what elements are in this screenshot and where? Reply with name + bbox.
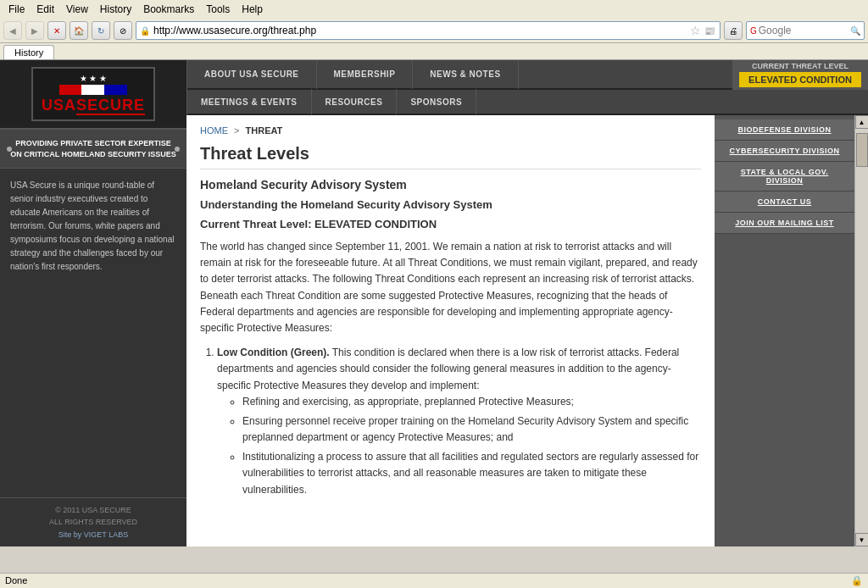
about-paragraph: USA Secure is a unique round-table of se… [10,179,176,274]
tabs-bar: History [0,43,868,59]
logo-stars: ★ ★ ★ [42,74,145,83]
right-sidebar: BIODEFENSE DIVISION CYBERSECURITY DIVISI… [715,115,854,546]
search-input[interactable] [759,25,850,36]
logo-text-accent: SECURE [76,97,145,115]
address-input[interactable] [153,25,688,36]
breadcrumb: HOME > THREAT [200,125,701,136]
menu-file[interactable]: File [3,2,30,17]
nav-meetings[interactable]: MEETINGS & EVENTS [186,89,312,114]
nav-resources[interactable]: RESOURCES [312,89,398,114]
home-button[interactable]: 🏠 [70,21,88,40]
current-level-text: Current Threat Level: ELEVATED CONDITION [200,218,701,230]
section-heading: Homeland Security Advisory System [200,178,701,191]
back-button[interactable]: ◀ [3,21,22,40]
sidebar-about: USA Secure is a unique round-table of se… [0,169,186,497]
scroll-track[interactable] [855,129,868,533]
scroll-up[interactable]: ▲ [855,115,869,129]
menu-view[interactable]: View [61,2,93,17]
forward-button[interactable]: ▶ [25,21,44,40]
menu-bookmarks[interactable]: Bookmarks [138,2,199,17]
page-title: Threat Levels [200,144,701,169]
main-content: HOME > THREAT Threat Levels Homeland Sec… [186,115,715,546]
search-submit-icon[interactable]: 🔍 [850,26,860,36]
main-area: ABOUT USA SECURE MEMBERSHIP NEWS & NOTES… [186,60,868,546]
address-bar-container: 🔒 ☆ 📰 [136,21,721,40]
list-item-1-label: Low Condition (Green). [217,347,330,358]
body-paragraph: The world has changed since September 11… [200,239,701,336]
mailing-list-btn[interactable]: JOIN OUR MAILING LIST [715,213,854,234]
scroll-down[interactable]: ▼ [855,533,869,546]
top-nav: ABOUT USA SECURE MEMBERSHIP NEWS & NOTES… [186,60,868,90]
sub-list: Refining and exercising, as appropriate,… [242,394,701,498]
logo-flag [59,85,127,95]
threat-label: CURRENT THREAT LEVEL [739,62,861,70]
second-nav-items: MEETINGS & EVENTS RESOURCES SPONSORS [186,89,728,114]
breadcrumb-current: THREAT [246,125,283,136]
threat-value: ELEVATED CONDITION [739,72,861,87]
address-icon: 🔒 [140,26,150,36]
stop-button[interactable]: ✕ [47,21,66,40]
content-area: HOME > THREAT Threat Levels Homeland Sec… [186,115,868,546]
menu-history[interactable]: History [95,2,136,17]
tagline-text: PROVIDING PRIVATE SECTOR EXPERTISE ON CR… [10,138,176,159]
menu-bar: File Edit View History Bookmarks Tools H… [0,0,868,19]
state-local-btn[interactable]: STATE & LOCAL GOV. DIVISION [715,162,854,191]
tagline-area: PROVIDING PRIVATE SECTOR EXPERTISE ON CR… [0,130,186,169]
active-tab[interactable]: History [3,45,54,59]
nav-membership[interactable]: MEMBERSHIP [317,60,414,89]
cybersecurity-btn[interactable]: CYBERSECURITY DIVISION [715,141,854,162]
threat-list: Low Condition (Green). This condition is… [217,345,701,498]
toolbar: ◀ ▶ ✕ 🏠 ↻ ⊘ 🔒 ☆ 📰 🖨 G 🔍 [0,19,868,43]
sub-item-3: Institutionalizing a process to assure t… [242,449,701,498]
nav-about[interactable]: ABOUT USA SECURE [186,60,317,89]
print-button[interactable]: 🖨 [724,21,743,40]
sidebar: ★ ★ ★ USASECURE PROVIDING PRIVATE SECTOR… [0,60,186,546]
search-container: G 🔍 [746,21,865,40]
menu-tools[interactable]: Tools [201,2,235,17]
search-engine-icon: G [750,26,757,36]
nav-items: ABOUT USA SECURE MEMBERSHIP NEWS & NOTES [186,60,732,89]
biodefense-btn[interactable]: BIODEFENSE DIVISION [715,119,854,141]
copyright-text: © 2011 USA SECURE ALL RIGHTS RESERVED [7,505,180,528]
viget-link[interactable]: Site by VIGET LABS [58,530,128,539]
breadcrumb-separator: > [234,125,242,136]
logo-text-normal: USA [42,97,76,114]
logo-area: ★ ★ ★ USASECURE [0,60,186,130]
refresh-button[interactable]: ↻ [92,21,110,40]
bookmark-star[interactable]: ☆ [688,24,703,37]
logo-text: USASECURE [42,97,145,114]
menu-edit[interactable]: Edit [31,2,59,17]
subsection-heading: Understanding the Homeland Security Advi… [200,198,701,211]
nav-news[interactable]: NEWS & NOTES [413,60,518,89]
menu-help[interactable]: Help [236,2,268,17]
sub-item-1: Refining and exercising, as appropriate,… [242,394,701,410]
scrollbar: ▲ ▼ [854,115,868,546]
contact-btn[interactable]: CONTACT US [715,191,854,213]
sidebar-footer: © 2011 USA SECURE ALL RIGHTS RESERVED Si… [0,497,186,546]
scroll-thumb[interactable] [856,133,868,167]
page-wrapper: ★ ★ ★ USASECURE PROVIDING PRIVATE SECTOR… [0,60,868,546]
list-item-1: Low Condition (Green). This condition is… [217,345,701,498]
rss-icon[interactable]: 📰 [703,26,716,36]
logo-box: ★ ★ ★ USASECURE [31,67,155,121]
threat-panel: CURRENT THREAT LEVEL ELEVATED CONDITION [732,60,868,91]
unknown-button[interactable]: ⊘ [114,21,132,40]
breadcrumb-home[interactable]: HOME [200,125,228,136]
sub-item-2: Ensuring personnel receive proper traini… [242,413,701,446]
nav-sponsors[interactable]: SPONSORS [397,89,476,114]
second-nav: MEETINGS & EVENTS RESOURCES SPONSORS [186,90,868,115]
